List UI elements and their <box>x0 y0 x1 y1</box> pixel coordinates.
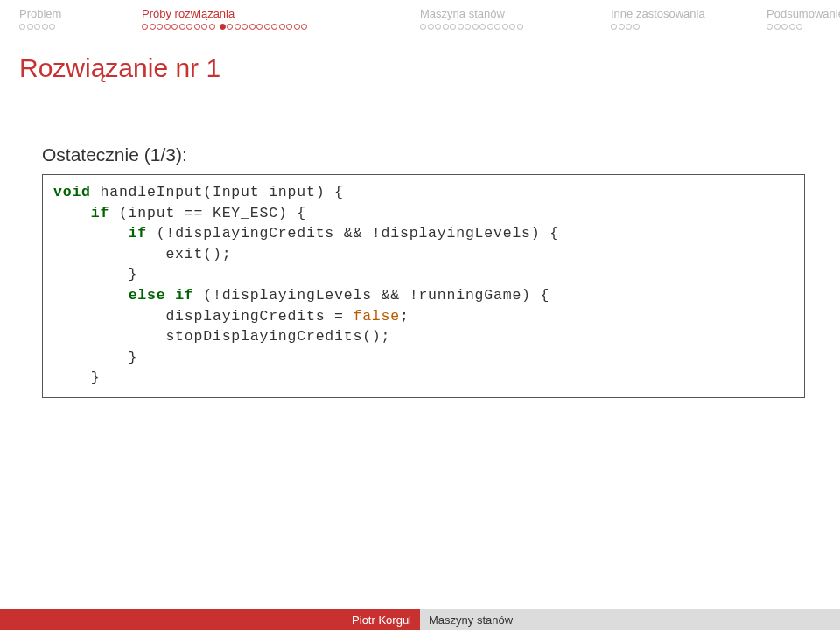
progress-dot <box>249 24 256 30</box>
progress-dot <box>502 24 508 30</box>
footer: Piotr Korgul Maszyny stanów <box>0 609 840 630</box>
progress-dot <box>480 24 486 30</box>
progress-dot <box>796 24 802 30</box>
slide-subtitle: Ostatecznie (1/3): <box>42 144 840 165</box>
progress-dot <box>27 24 33 30</box>
nav-label: Inne zastosowania <box>611 7 742 20</box>
progress-dot <box>186 24 192 30</box>
nav-progress-dots <box>142 22 396 31</box>
nav-section[interactable]: Problem <box>19 7 117 31</box>
progress-dot <box>494 24 500 30</box>
progress-dot <box>626 24 632 30</box>
progress-dot <box>42 24 48 30</box>
progress-dot <box>781 24 788 30</box>
progress-dot <box>465 24 471 30</box>
progress-dot <box>209 24 215 30</box>
progress-dot <box>201 24 207 30</box>
progress-dot <box>517 24 523 30</box>
progress-dot <box>194 24 200 30</box>
nav-label: Próby rozwiązania <box>142 7 396 20</box>
progress-dot <box>264 24 270 30</box>
progress-dot <box>619 24 625 30</box>
nav-label: Maszyna stanów <box>420 7 586 20</box>
progress-dot <box>789 24 795 30</box>
progress-dot <box>774 24 780 30</box>
progress-dot <box>172 24 178 30</box>
nav-progress-dots <box>611 22 742 31</box>
footer-author: Piotr Korgul <box>0 609 420 630</box>
nav-section[interactable]: Inne zastosowania <box>611 7 742 31</box>
progress-dot <box>150 24 156 30</box>
progress-dot <box>19 24 25 30</box>
nav-progress-dots <box>420 22 586 31</box>
progress-dot <box>420 24 426 30</box>
progress-dot <box>301 24 307 30</box>
progress-dot <box>286 24 292 30</box>
progress-dot <box>142 24 148 30</box>
progress-dot <box>256 24 262 30</box>
slide-title: Rozwiązanie nr 1 <box>19 53 840 83</box>
progress-dot <box>294 24 300 30</box>
nav-label: Problem <box>19 7 117 20</box>
progress-dot <box>234 24 241 30</box>
progress-dot <box>450 24 456 30</box>
progress-dot <box>227 24 233 30</box>
nav-progress-dots <box>19 22 117 31</box>
nav-section[interactable]: Próby rozwiązania <box>142 7 396 31</box>
progress-dot <box>164 24 171 30</box>
progress-dot <box>428 24 434 30</box>
progress-dot <box>279 24 285 30</box>
progress-dot <box>634 24 640 30</box>
progress-dot <box>34 24 40 30</box>
progress-dot <box>179 24 186 30</box>
nav-section[interactable]: Maszyna stanów <box>420 7 586 31</box>
progress-dot <box>487 24 494 30</box>
progress-dot <box>458 24 464 30</box>
progress-dot <box>49 24 55 30</box>
footer-title: Maszyny stanów <box>420 609 840 630</box>
progress-dot <box>435 24 441 30</box>
progress-dot <box>157 24 163 30</box>
progress-dot <box>271 24 277 30</box>
progress-dot <box>611 24 617 30</box>
progress-dot <box>220 24 226 30</box>
progress-dot <box>509 24 515 30</box>
code-block: void handleInput(Input input) { if (inpu… <box>42 174 805 398</box>
progress-dot <box>242 24 248 30</box>
nav-sections: ProblemPróby rozwiązaniaMaszyna stanówIn… <box>0 0 840 31</box>
progress-dot <box>472 24 479 30</box>
progress-dot <box>443 24 449 30</box>
progress-dot <box>766 24 773 30</box>
